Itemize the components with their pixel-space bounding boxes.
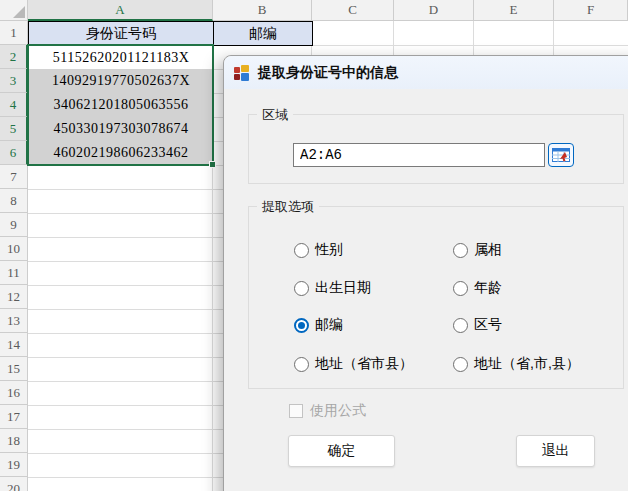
- radio-option-1[interactable]: 性别: [294, 241, 343, 259]
- radio-circle[interactable]: [453, 281, 468, 296]
- radio-option-5[interactable]: 邮编: [294, 316, 343, 334]
- row-header-9[interactable]: 9: [0, 213, 28, 237]
- radio-circle[interactable]: [294, 281, 309, 296]
- radio-option-6[interactable]: 区号: [453, 316, 502, 334]
- radio-circle[interactable]: [294, 243, 309, 258]
- cell-b1[interactable]: 邮编: [213, 21, 313, 46]
- radio-option-8[interactable]: 地址（省,市,县）: [453, 355, 580, 373]
- row-header-12[interactable]: 12: [0, 285, 28, 309]
- range-input[interactable]: [293, 143, 545, 167]
- range-picker-icon: [552, 148, 570, 162]
- radio-circle[interactable]: [453, 357, 468, 372]
- cell-a6[interactable]: 460202198606233462: [28, 141, 214, 166]
- cell-a1[interactable]: 身份证号码: [28, 21, 214, 46]
- use-formula-label: 使用公式: [310, 402, 366, 420]
- range-group-label: 区域: [257, 106, 293, 124]
- column-header-d[interactable]: D: [394, 0, 474, 21]
- radio-label: 属相: [474, 241, 502, 259]
- row-header-20[interactable]: 20: [0, 477, 28, 491]
- range-picker-button[interactable]: [548, 143, 574, 167]
- column-header-f[interactable]: F: [554, 0, 628, 21]
- row-header-8[interactable]: 8: [0, 189, 28, 213]
- cell-a2[interactable]: 51152620201121183X: [28, 45, 214, 70]
- select-all-corner[interactable]: [0, 0, 28, 21]
- app-form-icon: [234, 65, 250, 81]
- options-group-label: 提取选项: [257, 198, 319, 216]
- radio-label: 性别: [315, 241, 343, 259]
- ok-button[interactable]: 确定: [288, 435, 395, 467]
- cell-a5[interactable]: 450330197303078674: [28, 117, 214, 142]
- column-header-a[interactable]: A: [28, 0, 213, 21]
- radio-label: 邮编: [315, 316, 343, 334]
- row-header-16[interactable]: 16: [0, 381, 28, 405]
- use-formula-checkbox[interactable]: [289, 404, 303, 418]
- row-header-15[interactable]: 15: [0, 357, 28, 381]
- fill-handle[interactable]: [209, 161, 216, 168]
- radio-option-4[interactable]: 年龄: [453, 279, 502, 297]
- dialog-titlebar[interactable]: 提取身份证号中的信息: [224, 56, 628, 89]
- cell-a3[interactable]: 14092919770502637X: [28, 69, 214, 94]
- row-header-17[interactable]: 17: [0, 405, 28, 429]
- row-header-4[interactable]: 4: [0, 93, 28, 117]
- row-header-14[interactable]: 14: [0, 333, 28, 357]
- exit-button[interactable]: 退出: [516, 435, 595, 467]
- column-header-b[interactable]: B: [213, 0, 312, 21]
- radio-option-7[interactable]: 地址（省市县）: [294, 355, 413, 373]
- column-header-c[interactable]: C: [312, 0, 394, 21]
- column-header-e[interactable]: E: [474, 0, 554, 21]
- radio-option-2[interactable]: 属相: [453, 241, 502, 259]
- extract-id-info-dialog: 提取身份证号中的信息 区域 提取选项 性别属相出生日期年龄邮编区号地址（省市县）…: [223, 55, 628, 491]
- radio-circle[interactable]: [453, 243, 468, 258]
- radio-label: 地址（省市县）: [315, 355, 413, 373]
- radio-label: 年龄: [474, 279, 502, 297]
- row-header-3[interactable]: 3: [0, 69, 28, 93]
- row-header-19[interactable]: 19: [0, 453, 28, 477]
- cell-a4[interactable]: 340621201805063556: [28, 93, 214, 118]
- row-header-7[interactable]: 7: [0, 165, 28, 189]
- radio-option-3[interactable]: 出生日期: [294, 279, 371, 297]
- row-header-18[interactable]: 18: [0, 429, 28, 453]
- radio-circle[interactable]: [294, 318, 309, 333]
- radio-circle[interactable]: [453, 318, 468, 333]
- radio-circle[interactable]: [294, 357, 309, 372]
- row-header-11[interactable]: 11: [0, 261, 28, 285]
- row-header-10[interactable]: 10: [0, 237, 28, 261]
- radio-label: 区号: [474, 316, 502, 334]
- row-header-1[interactable]: 1: [0, 21, 28, 45]
- row-header-2[interactable]: 2: [0, 45, 28, 69]
- radio-label: 地址（省,市,县）: [474, 355, 580, 373]
- radio-label: 出生日期: [315, 279, 371, 297]
- dialog-title: 提取身份证号中的信息: [258, 64, 398, 82]
- row-header-13[interactable]: 13: [0, 309, 28, 333]
- row-header-6[interactable]: 6: [0, 141, 28, 165]
- row-header-5[interactable]: 5: [0, 117, 28, 141]
- use-formula-checkbox-row: 使用公式: [289, 402, 366, 420]
- screen: ABCDEF1234567891011121314151617181920 身份…: [0, 0, 628, 491]
